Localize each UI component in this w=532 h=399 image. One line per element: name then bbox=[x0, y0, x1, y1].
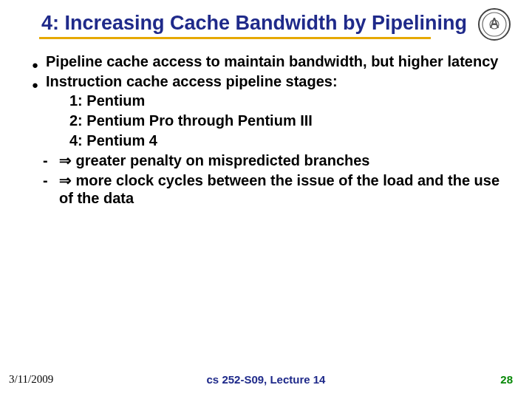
dash-content: greater penalty on mispredicted branches bbox=[76, 152, 370, 168]
footer-date: 3/11/2009 bbox=[9, 373, 53, 386]
stage-text: 1: Pentium bbox=[69, 92, 514, 110]
footer-course: cs 252-S09, Lecture 14 bbox=[207, 373, 326, 386]
bullet-text: Instruction cache access pipeline stages… bbox=[46, 72, 514, 91]
bullet-dot-icon: ● bbox=[30, 72, 46, 91]
bullet-text: Pipeline cache access to maintain bandwi… bbox=[46, 52, 514, 71]
bullet-item: ● Pipeline cache access to maintain band… bbox=[30, 52, 514, 71]
slide-title: 4: Increasing Cache Bandwidth by Pipelin… bbox=[41, 12, 467, 35]
dash-text: ⇒ more clock cycles between the issue of… bbox=[59, 171, 514, 208]
bullet-dot-icon: ● bbox=[30, 52, 46, 71]
stage-text: 4: Pentium 4 bbox=[69, 132, 514, 150]
dash-text: ⇒ greater penalty on mispredicted branch… bbox=[59, 151, 514, 170]
arrow-right-icon: ⇒ bbox=[59, 172, 72, 188]
stage-item: 1: Pentium bbox=[30, 92, 514, 110]
stage-item: 2: Pentium Pro through Pentium III bbox=[30, 112, 514, 130]
slide-header: 4: Increasing Cache Bandwidth by Pipelin… bbox=[0, 0, 532, 35]
dash-icon: - bbox=[43, 151, 59, 170]
slide-body: ● Pipeline cache access to maintain band… bbox=[0, 39, 532, 208]
stage-text: 2: Pentium Pro through Pentium III bbox=[69, 112, 514, 130]
university-seal-icon bbox=[477, 7, 511, 44]
slide: 4: Increasing Cache Bandwidth by Pipelin… bbox=[0, 0, 532, 399]
bullet-item: ● Instruction cache access pipeline stag… bbox=[30, 72, 514, 91]
dash-content: more clock cycles between the issue of t… bbox=[59, 172, 499, 207]
footer-page-number: 28 bbox=[500, 373, 513, 386]
dash-icon: - bbox=[43, 171, 59, 190]
dash-item: - ⇒ greater penalty on mispredicted bran… bbox=[30, 151, 514, 170]
dash-item: - ⇒ more clock cycles between the issue … bbox=[30, 171, 514, 208]
stage-item: 4: Pentium 4 bbox=[30, 132, 514, 150]
arrow-right-icon: ⇒ bbox=[59, 152, 72, 168]
